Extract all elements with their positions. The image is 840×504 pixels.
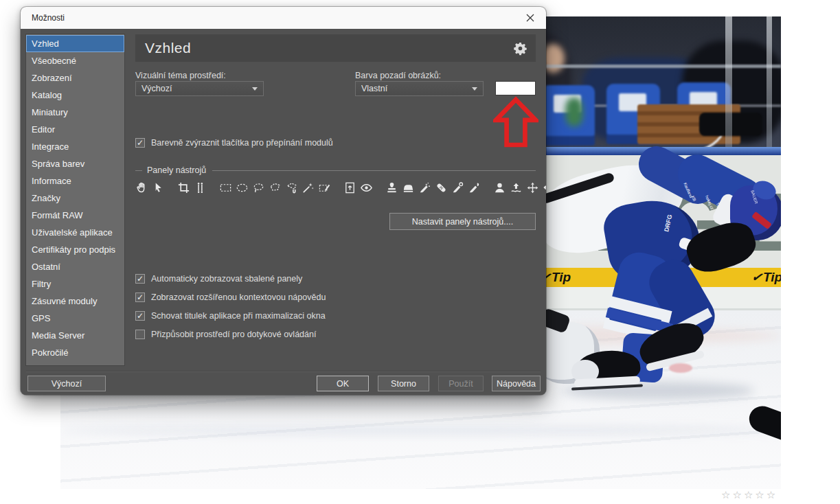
sidebar-item[interactable]: Všeobecné (26, 52, 124, 69)
chevron-down-icon (472, 87, 477, 91)
theme-select[interactable]: Výchozí (135, 81, 264, 96)
bottle (565, 98, 583, 126)
place-frame-icon[interactable] (343, 181, 356, 194)
adjust-brush-icon[interactable] (468, 181, 481, 194)
rectangle-select-icon[interactable] (219, 181, 232, 194)
sidebar-item[interactable]: Vzhled (26, 35, 124, 52)
selection-brush-icon[interactable] (318, 181, 331, 194)
checkbox-label: Zobrazovat rozšířenou kontextovou nápově… (151, 293, 326, 302)
sidebar-item[interactable]: Filtry (26, 275, 124, 293)
move-tool-icon[interactable] (526, 181, 539, 194)
theme-select-value: Výchozí (141, 84, 248, 93)
effect-brush-icon[interactable] (418, 181, 431, 194)
sidebar-item[interactable]: Editor (26, 121, 124, 138)
hand-tool-icon[interactable] (135, 181, 148, 194)
crop-tool-icon[interactable] (177, 181, 190, 194)
background-color-value: Vlastní (361, 84, 468, 93)
dialog-body: VzhledVšeobecnéZobrazeníKatalogMiniatury… (21, 29, 546, 395)
star-outline-icon[interactable]: ☆ (744, 489, 753, 501)
sidebar-item[interactable]: Zobrazení (26, 69, 124, 87)
star-outline-icon[interactable]: ☆ (732, 489, 741, 501)
lasso-select-icon[interactable] (252, 181, 265, 194)
checkbox-box[interactable] (135, 138, 145, 148)
group-label: Panely nástrojů (147, 165, 206, 175)
plexiglass-stanchion (725, 16, 732, 147)
checkbox-label: Automaticky zobrazovat sbalené panely (151, 274, 302, 284)
sidebar-item[interactable]: Ostatní (26, 258, 124, 275)
toolbars-group-header: Panely nástrojů (135, 165, 536, 175)
portrait-tool-icon[interactable] (493, 181, 506, 194)
option-checkbox[interactable]: Zobrazovat rozšířenou kontextovou nápově… (135, 288, 520, 306)
option-checkbox[interactable]: Přizpůsobit prostředí pro dotykové ovlád… (135, 325, 520, 343)
category-list: VzhledVšeobecnéZobrazeníKatalogMiniatury… (25, 34, 125, 366)
magnetic-lasso-icon[interactable] (285, 181, 298, 194)
sidebar-item[interactable]: Formát RAW (26, 207, 124, 224)
close-button[interactable] (520, 10, 541, 26)
help-button[interactable]: Nápověda (492, 376, 541, 391)
annotation-arrow-up (493, 96, 538, 148)
sidebar-item[interactable]: Integrace (26, 138, 124, 155)
apply-button[interactable]: Použít (438, 376, 484, 391)
option-checkbox[interactable]: Schovat titulek aplikace při maximalizac… (135, 306, 520, 325)
sidebar-item[interactable]: Informace (26, 172, 124, 190)
sidebar-item[interactable]: Media Server (26, 327, 124, 344)
rating-stars[interactable]: ☆☆☆☆☆ (721, 489, 775, 501)
close-icon (526, 14, 534, 22)
panel-title: Vzhled (145, 40, 191, 56)
toolbar-icons-row (135, 177, 542, 198)
magic-wand-icon[interactable] (302, 181, 315, 194)
checkbox-box[interactable] (135, 274, 145, 284)
sidebar-item[interactable]: Pokročilé (26, 344, 124, 361)
dialog-title: Možnosti (32, 13, 65, 23)
sidebar-item[interactable]: Miniatury (26, 104, 124, 121)
sidebar-item[interactable]: Zásuvné moduly (26, 293, 124, 310)
background-color-label: Barva pozadí obrázků: (355, 71, 441, 80)
ice-streak (60, 427, 781, 434)
red-eye-tool-icon[interactable] (360, 181, 373, 194)
color-swatch[interactable] (496, 82, 535, 95)
polygon-lasso-icon[interactable] (269, 181, 282, 194)
sidebar-item[interactable]: Katalog (26, 87, 124, 104)
checkbox-box[interactable] (135, 293, 145, 302)
options-dialog: Možnosti VzhledVšeobecnéZobrazeníKatalog… (21, 7, 546, 395)
sidebar-item[interactable]: GPS (26, 310, 124, 327)
sidebar-item[interactable]: Uživatelské aplikace (26, 224, 124, 241)
cancel-button[interactable]: Storno (378, 376, 429, 391)
retouch-brush-icon[interactable] (451, 181, 464, 194)
checkbox-box[interactable] (135, 330, 145, 339)
ellipse-select-icon[interactable] (236, 181, 249, 194)
gear-icon[interactable] (513, 41, 527, 56)
sidebar-item[interactable]: Značky (26, 190, 124, 207)
checkbox-box[interactable] (135, 311, 145, 321)
options-checkbox-group: Automaticky zobrazovat sbalené panely Zo… (135, 269, 520, 343)
panel-header: Vzhled (135, 34, 536, 62)
star-outline-icon[interactable]: ☆ (767, 489, 775, 501)
sidebar-item[interactable]: Certifikáty pro podpis (26, 241, 124, 258)
chevron-down-icon (252, 87, 258, 91)
checkbox-label: Barevně zvýraznit tlačítka pro přepínání… (151, 138, 333, 148)
checkbox-label: Schovat titulek aplikace při maximalizac… (151, 311, 326, 321)
measure-tool-icon[interactable] (194, 181, 207, 194)
checkbox-label: Přizpůsobit prostředí pro dotykové ovlád… (151, 330, 316, 339)
sidebar-item[interactable]: Správa barev (26, 155, 124, 172)
configure-toolbars-button[interactable]: Nastavit panely nástrojů.... (389, 213, 536, 230)
clone-stamp-icon[interactable] (385, 181, 398, 194)
skate-guard-pink (669, 363, 692, 373)
screen: EGEG ✓Tip ✓Tip Kaufland KB hokej.cz Tips… (0, 0, 840, 504)
star-outline-icon[interactable]: ☆ (755, 489, 764, 501)
liquify-tool-icon[interactable] (510, 181, 523, 194)
plexiglass-stanchion (767, 16, 772, 147)
highlight-modules-checkbox[interactable]: Barevně zvýraznit tlačítka pro přepínání… (135, 138, 333, 148)
option-checkbox[interactable]: Automaticky zobrazovat sbalené panely (135, 269, 520, 288)
dialog-titlebar[interactable]: Možnosti (21, 7, 546, 29)
star-outline-icon[interactable]: ☆ (721, 489, 730, 501)
selection-arrow-icon[interactable] (152, 181, 165, 194)
footer-divider (26, 371, 541, 371)
theme-label: Vizuální téma prostředí: (135, 71, 226, 80)
default-button[interactable]: Výchozí (27, 376, 106, 391)
background-color-select[interactable]: Vlastní (355, 81, 484, 96)
healing-patch-icon[interactable] (435, 181, 448, 194)
warp-tool-icon[interactable] (543, 181, 546, 194)
ok-button[interactable]: OK (317, 376, 369, 391)
smoothing-iron-icon[interactable] (402, 181, 415, 194)
